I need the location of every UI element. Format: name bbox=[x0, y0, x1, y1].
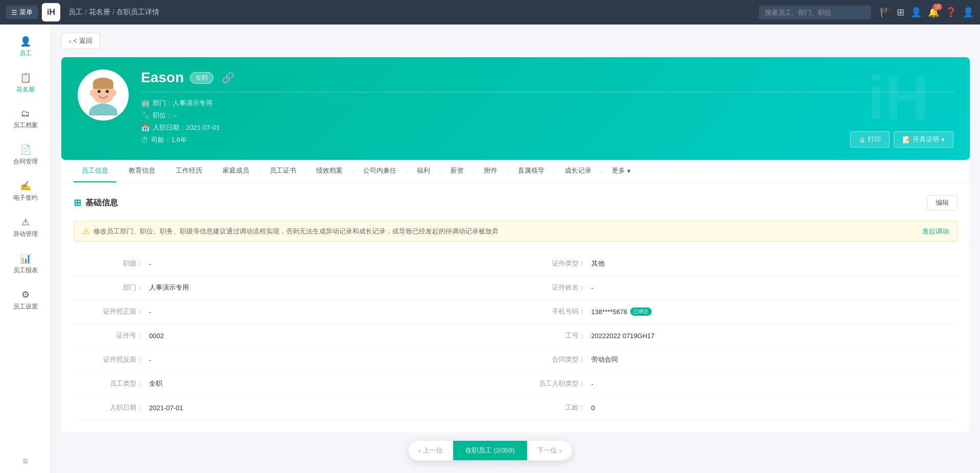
label-work-age: 工龄： bbox=[524, 403, 585, 412]
nav-help-button[interactable]: ❓ bbox=[945, 7, 957, 18]
archive-icon: 🗂 bbox=[21, 108, 30, 119]
value-dept: 人事演示专用 bbox=[149, 283, 189, 292]
breadcrumb-item-2[interactable]: 花名册 bbox=[89, 8, 110, 17]
breadcrumb: 员工 / 花名册 / 在职员工详情 bbox=[68, 8, 159, 17]
value-cert-num: 0002 bbox=[149, 332, 164, 340]
sidebar-item-archive[interactable]: 🗂 员工档案 bbox=[3, 102, 47, 136]
notice-content: ⚠ 修改员工部门、职位、职务、职级等信息建议通过调动流程实现，否则无法生成异动记… bbox=[82, 226, 498, 236]
label-cert-name: 证件姓名： bbox=[524, 283, 585, 292]
nav-notification-button[interactable]: 🔔 18 bbox=[928, 7, 939, 18]
tab-salary[interactable]: 薪资 bbox=[442, 160, 472, 182]
report-icon: 📊 bbox=[20, 253, 31, 264]
sidebar-item-esign[interactable]: ✍ 电子签约 bbox=[3, 174, 47, 208]
section-title-icon: ⊞ bbox=[74, 197, 81, 208]
label-onboard-type: 员工入职类型： bbox=[524, 379, 585, 388]
notice-action-link[interactable]: 发起调动 bbox=[922, 227, 949, 236]
back-button[interactable]: ‹ < 返回 bbox=[61, 33, 100, 49]
info-row-employee-num: 工号： 20222022 0719GH17 bbox=[516, 324, 958, 348]
breadcrumb-item-1[interactable]: 员工 bbox=[68, 8, 83, 17]
print-button[interactable]: 🖨 打印 bbox=[850, 131, 890, 148]
tab-dot-4: · bbox=[258, 167, 260, 175]
nav-account-button[interactable]: 👤 bbox=[963, 7, 974, 18]
sidebar-label-contract: 合同管理 bbox=[13, 157, 38, 166]
tab-work-history[interactable]: 工作经历 bbox=[168, 160, 210, 182]
prev-label: 上一位 bbox=[423, 446, 443, 455]
nav-user-button[interactable]: 👤 bbox=[911, 7, 922, 18]
profile-position: 🔧 职位：-- bbox=[141, 111, 953, 120]
tab-performance[interactable]: 绩效档案 bbox=[308, 160, 351, 182]
label-contract-type: 合同类型： bbox=[524, 355, 585, 364]
value-join-date: 2021-07-01 bbox=[149, 404, 183, 412]
tab-label-8: 薪资 bbox=[450, 166, 464, 175]
tab-employee-info[interactable]: 员工信息 bbox=[74, 160, 116, 182]
sidebar-item-contract[interactable]: 📄 合同管理 bbox=[3, 138, 47, 172]
tab-label-11: 成长记录 bbox=[565, 166, 591, 175]
tab-dot-5: · bbox=[305, 167, 307, 175]
esign-icon: ✍ bbox=[20, 180, 31, 192]
tab-welfare[interactable]: 福利 bbox=[409, 160, 438, 182]
label-emp-type: 员工类型： bbox=[82, 379, 143, 388]
tab-growth-records[interactable]: 成长记录 bbox=[557, 160, 600, 182]
cert-dropdown-icon: ▾ bbox=[941, 136, 945, 144]
tab-label-0: 员工信息 bbox=[82, 166, 108, 175]
tab-more[interactable]: 更多 ▾ bbox=[604, 160, 639, 182]
tab-concurrent[interactable]: 公司内兼任 bbox=[355, 160, 404, 182]
nav-icons: 🏴 ⊞ 👤 🔔 18 ❓ 👤 bbox=[879, 7, 974, 18]
notice-text: 修改员工部门、职位、职务、职级等信息建议通过调动流程实现，否则无法生成异动记录和… bbox=[93, 227, 498, 236]
info-row-phone: 手机号码： 138****5678 已绑定 bbox=[516, 300, 958, 324]
nav-grid-button[interactable]: ⊞ bbox=[897, 7, 904, 18]
top-navigation: ☰ 菜单 iH 员工 / 花名册 / 在职员工详情 🏴 ⊞ 👤 🔔 18 ❓ 👤 bbox=[0, 0, 980, 25]
joindate-value: 入职日期：2021-07-01 bbox=[153, 123, 220, 132]
info-row-cert-type: 证件类型： 其他 bbox=[516, 252, 958, 276]
tab-label-9: 附件 bbox=[484, 166, 497, 175]
profile-name-row: Eason 在职 🔗 bbox=[141, 69, 953, 86]
value-emp-type: 全职 bbox=[149, 379, 162, 388]
sidebar-label-roster: 花名册 bbox=[16, 85, 35, 94]
section-header: ⊞ 基础信息 编辑 bbox=[74, 195, 958, 210]
sidebar-item-report[interactable]: 📊 员工报表 bbox=[3, 247, 47, 281]
label-cert-back: 证件照反面： bbox=[82, 355, 143, 364]
label-employee-num: 工号： bbox=[524, 331, 585, 340]
tab-family[interactable]: 家庭成员 bbox=[214, 160, 257, 182]
sidebar-collapse-button[interactable]: ≡ bbox=[0, 450, 51, 473]
contract-icon: 📄 bbox=[20, 144, 31, 155]
tab-education[interactable]: 教育信息 bbox=[121, 160, 163, 182]
next-employee-button[interactable]: 下一位 › bbox=[527, 441, 571, 460]
section-title: ⊞ 基础信息 bbox=[74, 197, 118, 208]
nav-flag-button[interactable]: 🏴 bbox=[879, 7, 891, 18]
info-row-emp-type: 员工类型： 全职 bbox=[74, 372, 516, 396]
avatar bbox=[78, 69, 129, 121]
employees-icon: 👤 bbox=[20, 36, 31, 47]
tab-attachments[interactable]: 附件 bbox=[476, 160, 506, 182]
value-rank: - bbox=[149, 260, 151, 268]
banner-actions: 🖨 打印 📝 开具证明 ▾ bbox=[850, 131, 953, 148]
next-label: 下一位 bbox=[537, 446, 557, 455]
tab-direct-leader[interactable]: 直属领导 bbox=[510, 160, 553, 182]
pagination-center: 在职员工 (2/359) bbox=[453, 441, 527, 460]
sidebar-item-exception[interactable]: ⚠ 异动管理 bbox=[3, 210, 47, 245]
info-row-join-date: 入职日期： 2021-07-01 bbox=[74, 396, 516, 420]
tab-label-6: 公司内兼任 bbox=[363, 166, 396, 175]
menu-button[interactable]: ☰ 菜单 bbox=[6, 6, 38, 19]
info-row-cert-name: 证件姓名： - bbox=[516, 276, 958, 300]
search-input[interactable] bbox=[759, 6, 871, 19]
tab-label-5: 绩效档案 bbox=[316, 166, 343, 175]
sidebar-item-roster[interactable]: 📋 花名册 bbox=[3, 66, 47, 100]
profile-name: Eason bbox=[141, 69, 184, 86]
sidebar-item-settings[interactable]: ⚙ 员工设置 bbox=[3, 283, 47, 317]
sidebar-label-exception: 异动管理 bbox=[13, 230, 38, 239]
breadcrumb-sep-1: / bbox=[85, 8, 87, 16]
sidebar-item-employees[interactable]: 👤 员工 bbox=[3, 30, 47, 64]
cert-button[interactable]: 📝 开具证明 ▾ bbox=[894, 131, 953, 148]
edit-button[interactable]: 编辑 bbox=[927, 195, 958, 210]
label-dept: 部门： bbox=[82, 283, 143, 292]
tab-label-10: 直属领导 bbox=[518, 166, 544, 175]
prev-employee-button[interactable]: ‹ 上一位 bbox=[409, 441, 453, 460]
exception-icon: ⚠ bbox=[21, 217, 30, 228]
tab-dot-3: · bbox=[211, 167, 213, 175]
tab-certificates[interactable]: 员工证书 bbox=[261, 160, 304, 182]
label-phone: 手机号码： bbox=[524, 307, 585, 316]
tab-label-2: 工作经历 bbox=[176, 166, 202, 175]
info-row-cert-back: 证件照反面： - bbox=[74, 348, 516, 372]
sidebar-label-archive: 员工档案 bbox=[13, 121, 38, 130]
